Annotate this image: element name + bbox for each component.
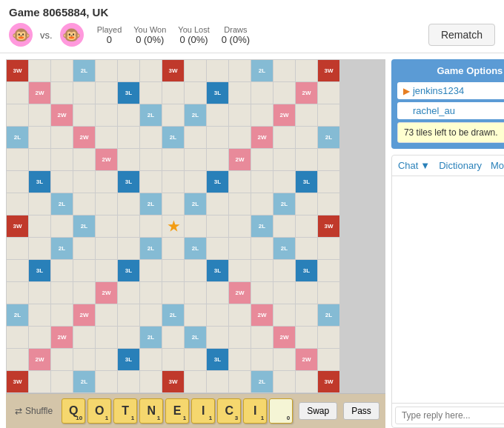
- cell-14-14[interactable]: 3W: [318, 371, 339, 392]
- game-board[interactable]: 3W2L3W2L3W2W3L3L2W2W2L2L2W2L2W2L2W2L2W2W…: [6, 59, 385, 393]
- cell-11-12[interactable]: [273, 304, 295, 326]
- cell-13-5[interactable]: 3L: [118, 349, 139, 370]
- cell-8-13[interactable]: [296, 238, 317, 259]
- cell-12-12[interactable]: 2W: [273, 327, 295, 348]
- cell-0-0[interactable]: 3W: [7, 60, 28, 81]
- cell-2-5[interactable]: [118, 104, 139, 126]
- cell-4-1[interactable]: [29, 149, 50, 170]
- cell-7-10[interactable]: [229, 215, 251, 237]
- cell-3-3[interactable]: 2W: [73, 127, 95, 148]
- cell-8-10[interactable]: [229, 238, 251, 259]
- cell-13-10[interactable]: [229, 349, 251, 370]
- cell-8-1[interactable]: [29, 238, 50, 259]
- cell-5-4[interactable]: [96, 171, 117, 193]
- cell-1-3[interactable]: [73, 82, 95, 104]
- cell-13-3[interactable]: [73, 349, 95, 370]
- cell-6-14[interactable]: [318, 193, 339, 215]
- cell-5-2[interactable]: [51, 171, 73, 193]
- cell-2-13[interactable]: [296, 104, 317, 126]
- cell-7-9[interactable]: [207, 215, 228, 237]
- cell-0-11[interactable]: 2L: [251, 60, 273, 81]
- cell-3-1[interactable]: [29, 127, 50, 148]
- tile-C[interactable]: C3: [217, 398, 241, 424]
- cell-9-3[interactable]: [73, 260, 95, 281]
- cell-10-11[interactable]: [251, 282, 273, 304]
- cell-14-6[interactable]: [140, 371, 162, 392]
- cell-0-3[interactable]: 2L: [73, 60, 95, 81]
- cell-10-2[interactable]: [51, 282, 73, 304]
- cell-5-7[interactable]: [162, 171, 184, 193]
- cell-2-14[interactable]: [318, 104, 339, 126]
- cell-0-14[interactable]: 3W: [318, 60, 339, 81]
- cell-12-4[interactable]: [96, 327, 117, 348]
- cell-12-11[interactable]: [251, 327, 273, 348]
- cell-10-1[interactable]: [29, 282, 50, 304]
- cell-14-9[interactable]: [207, 371, 228, 392]
- moves-tab[interactable]: Moves: [491, 160, 504, 171]
- cell-10-14[interactable]: [318, 282, 339, 304]
- cell-6-13[interactable]: [296, 193, 317, 215]
- cell-0-4[interactable]: [96, 60, 117, 81]
- cell-14-1[interactable]: [29, 371, 50, 392]
- cell-9-5[interactable]: 3L: [118, 260, 139, 281]
- cell-6-2[interactable]: 2L: [51, 193, 73, 215]
- cell-1-4[interactable]: [96, 82, 117, 104]
- cell-14-13[interactable]: [296, 371, 317, 392]
- cell-8-5[interactable]: [118, 238, 139, 259]
- cell-7-7[interactable]: ★: [162, 215, 184, 237]
- cell-7-11[interactable]: 2L: [251, 215, 273, 237]
- cell-6-10[interactable]: [229, 193, 251, 215]
- cell-2-8[interactable]: 2L: [185, 104, 206, 126]
- cell-12-8[interactable]: 2L: [185, 327, 206, 348]
- cell-0-6[interactable]: [140, 60, 162, 81]
- cell-7-1[interactable]: [29, 215, 50, 237]
- cell-9-4[interactable]: [96, 260, 117, 281]
- cell-2-9[interactable]: [207, 104, 228, 126]
- cell-3-14[interactable]: 2L: [318, 127, 339, 148]
- cell-9-13[interactable]: 3L: [296, 260, 317, 281]
- cell-5-1[interactable]: 3L: [29, 171, 50, 193]
- cell-8-11[interactable]: [251, 238, 273, 259]
- cell-7-8[interactable]: [185, 215, 206, 237]
- tile-blank[interactable]: 0: [269, 398, 293, 424]
- cell-6-8[interactable]: 2L: [185, 193, 206, 215]
- cell-7-14[interactable]: 3W: [318, 215, 339, 237]
- cell-6-7[interactable]: [162, 193, 184, 215]
- cell-3-8[interactable]: [185, 127, 206, 148]
- cell-1-2[interactable]: [51, 82, 73, 104]
- cell-1-14[interactable]: [318, 82, 339, 104]
- cell-14-2[interactable]: [51, 371, 73, 392]
- cell-10-0[interactable]: [7, 282, 28, 304]
- cell-0-8[interactable]: [185, 60, 206, 81]
- cell-9-7[interactable]: [162, 260, 184, 281]
- cell-13-14[interactable]: [318, 349, 339, 370]
- cell-9-9[interactable]: 3L: [207, 260, 228, 281]
- cell-2-3[interactable]: [73, 104, 95, 126]
- cell-0-5[interactable]: [118, 60, 139, 81]
- tile-I2[interactable]: I1: [243, 398, 267, 424]
- cell-14-8[interactable]: [185, 371, 206, 392]
- cell-10-9[interactable]: [207, 282, 228, 304]
- cell-4-7[interactable]: [162, 149, 184, 170]
- cell-7-4[interactable]: [96, 215, 117, 237]
- cell-0-10[interactable]: [229, 60, 251, 81]
- cell-14-4[interactable]: [96, 371, 117, 392]
- cell-2-1[interactable]: [29, 104, 50, 126]
- cell-1-7[interactable]: [162, 82, 184, 104]
- cell-3-6[interactable]: [140, 127, 162, 148]
- cell-0-2[interactable]: [51, 60, 73, 81]
- cell-5-14[interactable]: [318, 171, 339, 193]
- cell-4-3[interactable]: [73, 149, 95, 170]
- swap-button[interactable]: Swap: [299, 402, 337, 420]
- cell-3-12[interactable]: [273, 127, 295, 148]
- cell-10-7[interactable]: [162, 282, 184, 304]
- cell-14-5[interactable]: [118, 371, 139, 392]
- cell-2-12[interactable]: 2W: [273, 104, 295, 126]
- cell-11-10[interactable]: [229, 304, 251, 326]
- cell-12-0[interactable]: [7, 327, 28, 348]
- cell-1-8[interactable]: [185, 82, 206, 104]
- cell-14-10[interactable]: [229, 371, 251, 392]
- cell-8-4[interactable]: [96, 238, 117, 259]
- cell-8-14[interactable]: [318, 238, 339, 259]
- cell-12-6[interactable]: 2L: [140, 327, 162, 348]
